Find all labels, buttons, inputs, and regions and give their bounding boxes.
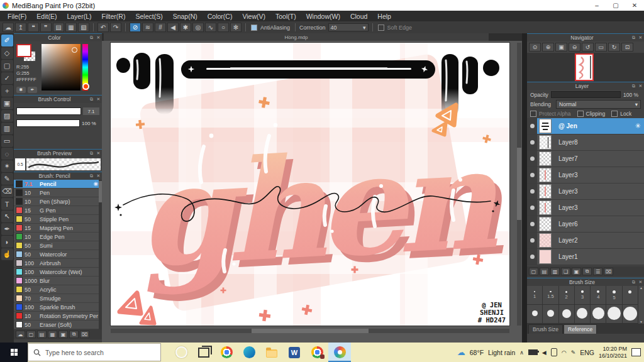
color-mode-button[interactable]: ✱ [16,87,26,93]
popout-icon[interactable]: ⧉ [630,280,637,285]
wifi-icon[interactable]: ◠ [562,349,567,356]
chrome-profile-button[interactable] [306,343,328,362]
snap-settings-icon[interactable]: ✻ [230,23,242,32]
brush-size-cell[interactable] [559,305,575,324]
speaker-icon[interactable]: ◀ [542,349,547,356]
popout-icon[interactable]: ⧉ [630,35,637,40]
scroll-down-icon[interactable]: ▼ [640,320,643,324]
zoom-out-icon[interactable]: ⊖ [569,43,580,52]
brush-item[interactable]: 1000 Blur ✳ [14,277,102,285]
move-tool[interactable]: ＋ [1,85,13,97]
canvas-hscrollbar[interactable] [111,329,509,333]
brush-item[interactable]: 10 Pen ✳ [14,189,102,197]
rotate-ccw-icon[interactable]: ↺ [582,43,594,52]
restore-button[interactable]: ▢ [606,0,625,11]
brush-size-cell[interactable] [623,305,638,324]
close-icon[interactable]: ✕ [95,97,102,102]
panel-layout-icon[interactable]: ▦ [65,23,77,32]
brush-size-slider[interactable] [16,107,81,115]
menu-item[interactable]: Tool(T) [270,12,301,21]
brush-item[interactable]: 50 Watercolor ✳ [14,250,102,259]
rotate-cw-icon[interactable]: ↻ [608,43,620,52]
menu-item[interactable]: Color(C) [203,12,238,21]
pen-tool[interactable]: ◗ [1,236,13,248]
folder-icon[interactable]: ▣ [572,268,581,275]
brush-item[interactable]: 10 Edge Pen ✳ [14,233,102,241]
brush-size-cell[interactable]: 2 [559,286,575,305]
brush-size-scrollbar[interactable]: ▲ ▼ [638,286,644,324]
your-phone-icon[interactable] [551,348,557,356]
layer-visibility-toggle[interactable] [527,184,537,199]
brush-tool[interactable]: ✐ [1,35,13,47]
edit-brush-icon[interactable]: ▦ [48,331,57,338]
layer-row[interactable]: Layer7 ✳ [527,151,644,167]
cortana-button[interactable] [170,343,192,362]
brush-size-cell[interactable]: 1 [527,286,543,305]
panel-edit-icon[interactable]: ▧ [78,23,89,32]
layer-visibility-toggle[interactable] [527,233,537,248]
weather-desc[interactable]: Light rain [488,349,515,356]
popout-icon[interactable]: ⧉ [88,173,95,178]
document-icon[interactable]: ▤ [53,23,64,32]
menu-item[interactable]: Filter(R) [97,12,131,21]
start-button[interactable] [0,343,28,362]
delete-layer-icon[interactable]: ⌧ [604,268,613,275]
popout-icon[interactable]: ⧉ [88,35,95,40]
brush-item[interactable]: 50 Sumi ✳ [14,241,102,250]
brush-size-cell[interactable] [623,286,638,305]
hidden-icons-chevron[interactable]: ∧ [519,349,524,356]
layer-row[interactable]: Layer1 ✳ [527,249,644,265]
layer-row[interactable]: Layer2 ✳ [527,233,644,249]
protect-alpha-checkbox[interactable] [530,111,536,117]
snap-parallel-icon[interactable]: ≋ [142,23,153,32]
layer-row[interactable]: Layer3 ✳ [527,184,644,200]
panel-tab[interactable]: Reference [564,324,597,334]
brush-size-cell[interactable] [606,305,622,324]
zoom-in-icon[interactable]: ⊕ [542,43,554,52]
add-halftone-layer-icon[interactable]: ▥ [550,268,560,275]
cloud-sync-icon[interactable]: ☁ [3,23,14,32]
word-button[interactable]: W [283,343,306,362]
brush-item[interactable]: 50 Stipple Pen ✳ [14,215,102,224]
menu-item[interactable]: Snap(N) [168,12,203,21]
feedback-icon[interactable]: ❞ [40,23,52,32]
language-indicator[interactable]: ENG [580,349,594,356]
close-icon[interactable]: ✕ [95,151,102,156]
blending-select[interactable]: Normal ▾ [556,100,641,109]
saturation-value-picker[interactable] [42,44,80,90]
brush-size-cell[interactable] [543,305,558,324]
brush-item[interactable]: 50 Eraser (Soft) ✳ [14,321,102,329]
close-icon[interactable]: ✕ [637,84,644,89]
menu-item[interactable]: Select(S) [130,12,167,21]
close-button[interactable]: ✕ [625,0,644,11]
brush-item[interactable]: 50 Acrylic ✳ [14,285,102,294]
antialiasing-checkbox[interactable] [251,25,257,31]
hand-tool[interactable]: ☝ [1,248,13,260]
layer-visibility-toggle[interactable] [527,151,537,167]
layer-visibility-toggle[interactable] [527,249,537,265]
cloud-brush-icon[interactable]: ☁ [16,331,25,338]
fill-rect-tool[interactable]: ▣ [1,97,13,109]
brush-item[interactable]: 10 Pen (Sharp) ✳ [14,197,102,206]
battery-icon[interactable] [528,349,538,355]
navigator-preview[interactable] [527,53,644,82]
brush-item[interactable]: 70 Smudge ✳ [14,294,102,303]
canvas-vscrollbar[interactable] [517,43,521,326]
layer-row[interactable]: Layer8 ✳ [527,134,644,151]
brush-item[interactable]: 15 Mapping Pen ✳ [14,224,102,233]
brush-opacity-slider[interactable] [16,119,80,127]
clock[interactable]: 10:20 PM 16/10/2021 [599,346,627,359]
snap-vanishing-icon[interactable]: ◀ [167,23,179,32]
layer-visibility-toggle[interactable] [527,216,537,232]
soft-edge-checkbox[interactable] [378,25,384,31]
bucket-tool[interactable]: ▨ [1,110,13,122]
brush-size-cell[interactable]: 1.5 [543,286,558,305]
add-pixel-layer-icon[interactable]: ▤ [540,268,549,275]
select-pen-tool[interactable]: ✎ [1,173,13,185]
select-eraser-tool[interactable]: ⌫ [1,185,13,197]
add-brush-icon[interactable]: ▢ [26,331,36,338]
lasso-tool[interactable]: ◌ [1,148,13,160]
layer-visibility-toggle[interactable] [527,167,537,183]
gradient-tool[interactable]: ▥ [1,123,13,134]
magic-wand-tool[interactable]: ✶ [1,160,13,172]
